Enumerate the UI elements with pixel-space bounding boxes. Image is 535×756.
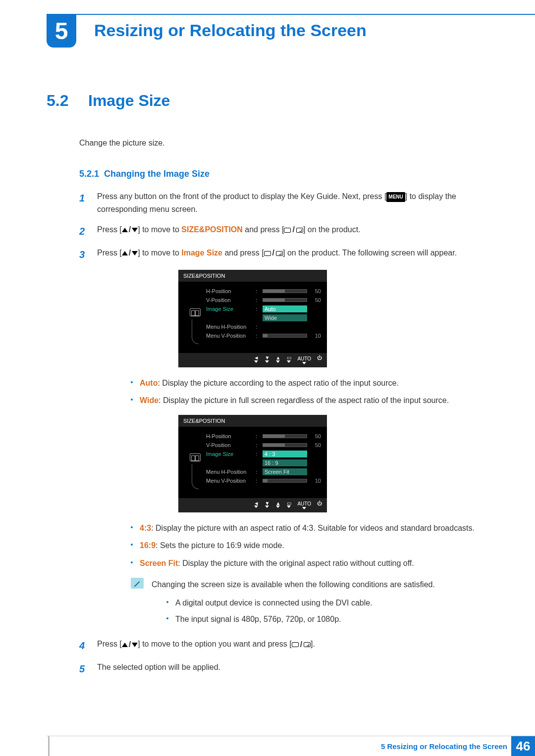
step-2: 2 Press [/] to move to SIZE&POSITION and… (79, 223, 488, 240)
step-number: 4 (79, 638, 88, 654)
osd-category-icon (190, 308, 201, 316)
menu-button-icon: MENU (386, 192, 405, 202)
osd-title: SIZE&POSITION (178, 415, 327, 427)
enter-icon: / (264, 247, 283, 259)
definition-16-9: 16:9: Sets the picture to 16:9 wide mode… (131, 539, 488, 552)
osd-screenshot-1: SIZE&POSITION H-Position:50 V-Position:5… (178, 270, 327, 367)
section-number: 5.2 (47, 92, 76, 110)
definition-auto: Auto: Display the picture according to t… (131, 376, 488, 390)
enter-icon: / (284, 223, 303, 236)
section-intro: Change the picture size. (79, 137, 488, 149)
osd-title: SIZE&POSITION (178, 270, 327, 282)
note-block: Changing the screen size is available wh… (131, 578, 488, 629)
definition-wide: Wide: Display the picture in full screen… (131, 394, 488, 407)
up-down-arrows-icon: / (122, 247, 138, 259)
chapter-title: Resizing or Relocating the Screen (94, 21, 367, 40)
section-title: Image Size (88, 92, 170, 110)
up-down-arrows-icon: / (122, 223, 138, 236)
enter-icon: / (292, 638, 311, 651)
page-number: 46 (511, 736, 535, 756)
chapter-number-tab: 5 (47, 14, 76, 48)
step-4: 4 Press [/] to move to the option you wa… (79, 638, 488, 654)
step-1: 1 Press any button on the front of the p… (79, 190, 488, 216)
step-5: 5 The selected option will be applied. (79, 661, 488, 677)
definition-4-3: 4:3: Display the picture with an aspect … (131, 521, 488, 535)
note-icon (131, 578, 144, 589)
osd-screenshot-2: SIZE&POSITION H-Position:50 V-Position:5… (178, 415, 327, 512)
step-number: 3 (79, 247, 88, 263)
step-number: 2 (79, 223, 88, 240)
page-footer: 5 Resizing or Relocating the Screen 46 (0, 736, 535, 756)
up-down-arrows-icon: / (122, 638, 138, 651)
subsection-heading: 5.2.1 Changing the Image Size (79, 169, 488, 179)
step-3: 3 Press [/] to move to Image Size and pr… (79, 247, 488, 263)
definition-screen-fit: Screen Fit: Display the picture with the… (131, 556, 488, 570)
footer-chapter-title: 5 Resizing or Relocating the Screen (381, 736, 507, 756)
step-number: 5 (79, 661, 88, 677)
step-number: 1 (79, 190, 88, 216)
osd-category-icon (190, 454, 201, 461)
